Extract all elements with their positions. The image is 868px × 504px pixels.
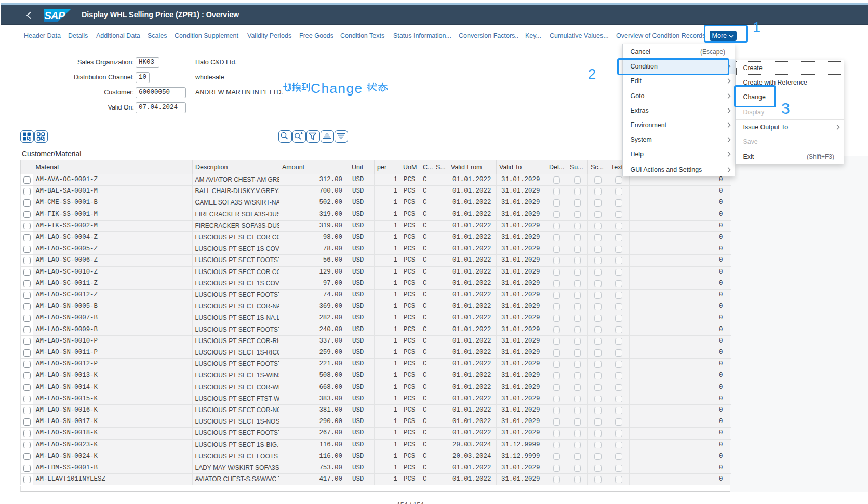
- svg-text:SAP: SAP: [45, 10, 65, 21]
